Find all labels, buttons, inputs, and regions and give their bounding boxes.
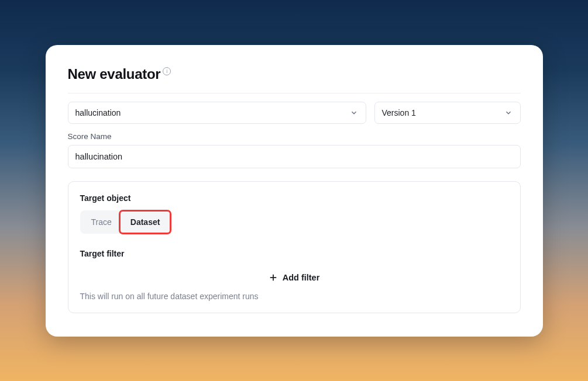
add-filter-label: Add filter bbox=[283, 273, 320, 282]
plus-icon bbox=[269, 273, 278, 282]
target-filter-hint: This will run on all future dataset expe… bbox=[80, 292, 508, 301]
score-name-block: Score Name bbox=[68, 132, 521, 168]
info-icon[interactable]: i bbox=[163, 67, 171, 75]
add-filter-button[interactable]: Add filter bbox=[80, 266, 508, 292]
version-select[interactable]: Version 1 bbox=[374, 102, 521, 124]
chevron-down-icon bbox=[504, 108, 513, 117]
score-name-label: Score Name bbox=[68, 132, 521, 141]
version-select-value: Version 1 bbox=[382, 108, 504, 117]
title-row: New evaluator i bbox=[68, 66, 521, 93]
evaluator-form-card: New evaluator i hallucination Version 1 … bbox=[46, 45, 543, 337]
evaluator-select-value: hallucination bbox=[75, 108, 349, 117]
evaluator-select[interactable]: hallucination bbox=[68, 102, 366, 124]
segment-dataset[interactable]: Dataset bbox=[121, 212, 170, 232]
target-object-segmented: Trace Dataset bbox=[80, 210, 171, 234]
target-object-label: Target object bbox=[80, 193, 508, 203]
chevron-down-icon bbox=[349, 108, 359, 117]
selectors-row: hallucination Version 1 bbox=[68, 102, 521, 124]
score-name-input[interactable] bbox=[68, 145, 521, 168]
target-panel: Target object Trace Dataset Target filte… bbox=[68, 181, 521, 313]
segment-trace[interactable]: Trace bbox=[82, 212, 121, 232]
page-title: New evaluator bbox=[68, 66, 161, 82]
target-filter-label: Target filter bbox=[80, 249, 508, 258]
